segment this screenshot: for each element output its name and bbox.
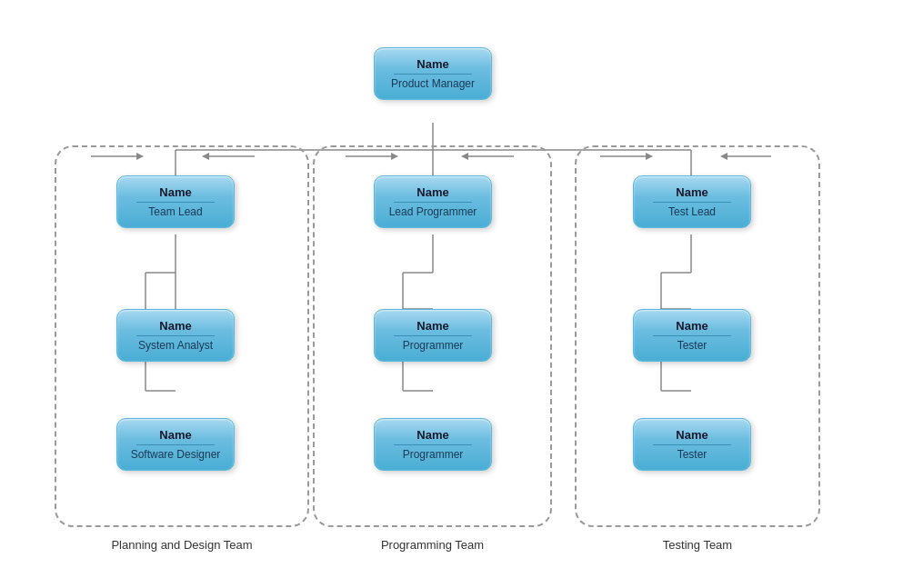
- software-designer-name: Name: [159, 428, 191, 442]
- software-designer-card: Name Software Designer: [116, 418, 235, 471]
- tester1-divider: [653, 335, 731, 336]
- team-lead-role: Team Lead: [148, 205, 202, 218]
- test-lead-divider: [653, 202, 731, 203]
- lead-programmer-divider: [394, 202, 472, 203]
- software-designer-role: Software Designer: [131, 448, 221, 461]
- org-chart: Name Product Manager Name Team Lead Name…: [0, 0, 903, 588]
- product-manager-card: Name Product Manager: [374, 47, 492, 100]
- tester2-role: Tester: [677, 448, 707, 461]
- testing-team-label: Testing Team: [575, 538, 820, 552]
- programmer2-role: Programmer: [403, 448, 464, 461]
- programmer2-divider: [394, 444, 472, 445]
- team-lead-divider: [136, 202, 215, 203]
- programmer1-role: Programmer: [403, 339, 464, 352]
- lead-programmer-role: Lead Programmer: [389, 205, 477, 218]
- team-lead-name: Name: [159, 185, 191, 199]
- system-analyst-role: System Analyst: [138, 339, 213, 352]
- lead-programmer-card: Name Lead Programmer: [374, 175, 492, 228]
- programmer1-name: Name: [416, 319, 448, 333]
- tester2-name: Name: [676, 428, 707, 442]
- system-analyst-divider: [136, 335, 215, 336]
- planning-team-label: Planning and Design Team: [55, 538, 309, 552]
- programmer2-name: Name: [416, 428, 448, 442]
- tester1-name: Name: [676, 319, 707, 333]
- programmer1-card: Name Programmer: [374, 309, 492, 362]
- test-lead-name: Name: [676, 185, 707, 199]
- system-analyst-name: Name: [159, 319, 191, 333]
- team-lead-card: Name Team Lead: [116, 175, 235, 228]
- tester1-card: Name Tester: [633, 309, 751, 362]
- product-manager-divider: [394, 74, 472, 75]
- tester1-role: Tester: [677, 339, 707, 352]
- product-manager-role: Product Manager: [391, 77, 475, 90]
- test-lead-card: Name Test Lead: [633, 175, 751, 228]
- product-manager-name: Name: [416, 57, 448, 71]
- programmer2-card: Name Programmer: [374, 418, 492, 471]
- lead-programmer-name: Name: [416, 185, 448, 199]
- system-analyst-card: Name System Analyst: [116, 309, 235, 362]
- programming-team-label: Programming Team: [313, 538, 552, 552]
- tester2-divider: [653, 444, 731, 445]
- tester2-card: Name Tester: [633, 418, 751, 471]
- test-lead-role: Test Lead: [668, 205, 716, 218]
- software-designer-divider: [136, 444, 215, 445]
- programmer1-divider: [394, 335, 472, 336]
